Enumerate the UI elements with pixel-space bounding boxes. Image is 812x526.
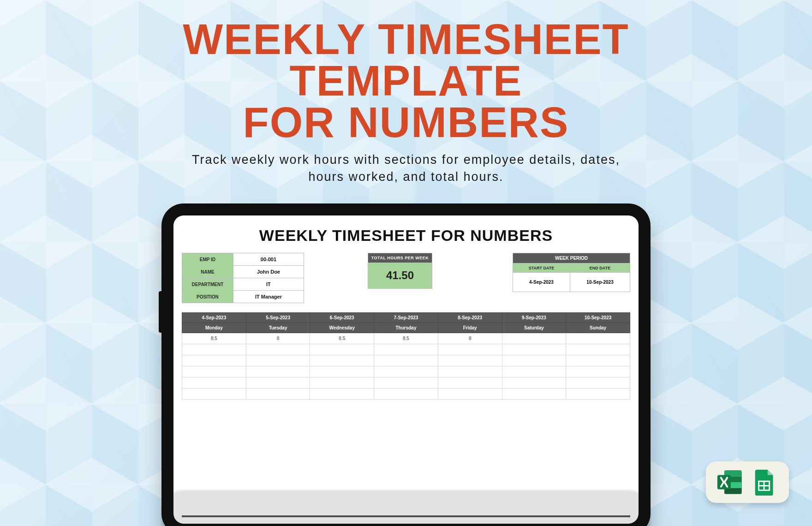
col-day: Sunday (566, 323, 630, 333)
dept-value: IT (233, 278, 304, 291)
timesheet-table: 4-Sep-2023 5-Sep-2023 6-Sep-2023 7-Sep-2… (182, 312, 630, 400)
name-value: John Doe (233, 266, 304, 278)
total-hours-box: TOTAL HOURS PER WEEK 41.50 (368, 253, 432, 289)
google-sheets-icon (751, 468, 779, 496)
col-day: Friday (438, 323, 502, 333)
position-value: IT Manager (233, 291, 304, 303)
timesheet-grid: 4-Sep-2023 5-Sep-2023 6-Sep-2023 7-Sep-2… (182, 312, 630, 400)
tablet-reflection (161, 490, 651, 526)
table-row (182, 344, 630, 355)
hours-cell (502, 333, 566, 344)
week-period-table: WEEK PERIOD START DATE END DATE 4-Sep-20… (513, 253, 630, 292)
info-row: EMP ID 00-001 NAME John Doe DEPARTMENT I… (182, 253, 630, 303)
tablet-screen: WEEKLY TIMESHEET FOR NUMBERS EMP ID 00-0… (173, 215, 639, 524)
subtitle-line-2: hours worked, and total hours. (0, 168, 812, 185)
col-date: 5-Sep-2023 (246, 313, 310, 323)
table-row: DEPARTMENT IT (182, 278, 304, 291)
table-row (182, 366, 630, 377)
hero-subtitle: Track weekly work hours with sections fo… (0, 151, 812, 185)
sheet-title: WEEKLY TIMESHEET FOR NUMBERS (182, 227, 630, 245)
table-row: POSITION IT Manager (182, 291, 304, 303)
end-date-label: END DATE (570, 263, 630, 273)
col-date: 7-Sep-2023 (374, 313, 438, 323)
col-date: 6-Sep-2023 (310, 313, 374, 323)
total-hours-label: TOTAL HOURS PER WEEK (368, 253, 432, 263)
hero-line-2: TEMPLATE (0, 60, 812, 102)
col-day: Wednesday (310, 323, 374, 333)
tablet-frame: WEEKLY TIMESHEET FOR NUMBERS EMP ID 00-0… (161, 203, 651, 526)
hero-title: WEEKLY TIMESHEET TEMPLATE FOR NUMBERS (0, 18, 812, 143)
end-date-value: 10-Sep-2023 (570, 273, 630, 292)
name-label: NAME (182, 266, 233, 278)
hours-cell: 8.5 (310, 333, 374, 344)
excel-icon (716, 468, 744, 496)
hours-cell (566, 333, 630, 344)
table-row: 4-Sep-2023 10-Sep-2023 (513, 273, 630, 292)
start-date-value: 4-Sep-2023 (513, 273, 570, 292)
employee-details-table: EMP ID 00-001 NAME John Doe DEPARTMENT I… (182, 253, 304, 303)
col-day: Monday (182, 323, 246, 333)
days-row: Monday Tuesday Wednesday Thursday Friday… (182, 323, 630, 333)
table-row: EMP ID 00-001 (182, 253, 304, 266)
emp-id-label: EMP ID (182, 253, 233, 266)
hours-cell: 8 (246, 333, 310, 344)
table-row (182, 355, 630, 366)
col-date: 10-Sep-2023 (566, 313, 630, 323)
table-row (182, 377, 630, 389)
hours-cell: 8.5 (374, 333, 438, 344)
total-hours-value: 41.50 (368, 263, 432, 288)
position-label: POSITION (182, 291, 233, 303)
hours-cell: 8 (438, 333, 502, 344)
dept-label: DEPARTMENT (182, 278, 233, 291)
col-date: 4-Sep-2023 (182, 313, 246, 323)
subtitle-line-1: Track weekly work hours with sections fo… (0, 151, 812, 168)
col-day: Tuesday (246, 323, 310, 333)
hours-cell: 8.5 (182, 333, 246, 344)
hero-line-1: WEEKLY TIMESHEET (0, 18, 812, 60)
emp-id-value: 00-001 (233, 253, 304, 266)
dates-row: 4-Sep-2023 5-Sep-2023 6-Sep-2023 7-Sep-2… (182, 313, 630, 323)
table-row: NAME John Doe (182, 266, 304, 278)
start-date-label: START DATE (513, 263, 570, 273)
col-date: 8-Sep-2023 (438, 313, 502, 323)
col-date: 9-Sep-2023 (502, 313, 566, 323)
week-period-header: WEEK PERIOD (513, 253, 630, 263)
hero-line-3: FOR NUMBERS (0, 102, 812, 143)
table-row: 8.5 8 8.5 8.5 8 (182, 333, 630, 344)
table-row (182, 389, 630, 400)
col-day: Saturday (502, 323, 566, 333)
format-icons-pill (706, 461, 789, 503)
col-day: Thursday (374, 323, 438, 333)
